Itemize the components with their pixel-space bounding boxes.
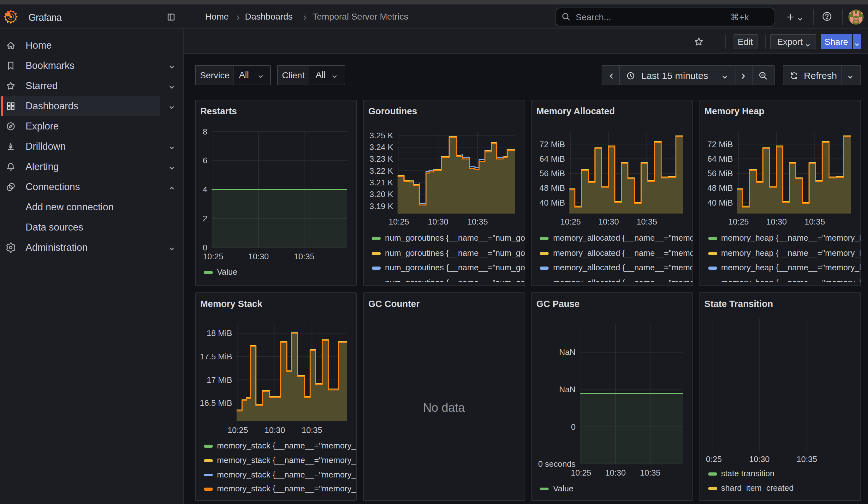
svg-text:17.5 MiB: 17.5 MiB [199,351,232,361]
svg-text:0 seconds: 0 seconds [538,459,576,468]
svg-text:10:35: 10:35 [640,468,661,477]
svg-text:10:35: 10:35 [293,252,314,261]
svg-text:4: 4 [203,185,207,194]
svg-text:2: 2 [203,214,207,223]
svg-text:10:35: 10:35 [797,454,817,464]
svg-text:10:30: 10:30 [606,468,626,477]
svg-text:16.5 MiB: 16.5 MiB [199,398,232,407]
svg-text:18 MiB: 18 MiB [206,328,232,338]
svg-text:10:30: 10:30 [749,454,770,464]
svg-text:0:25: 0:25 [706,454,722,464]
svg-text:10:25: 10:25 [571,468,591,477]
svg-text:10:30: 10:30 [264,425,285,434]
svg-text:10:30: 10:30 [248,252,269,261]
svg-text:NaN: NaN [559,384,576,394]
svg-text:17 MiB: 17 MiB [206,375,232,384]
svg-text:0: 0 [203,243,207,252]
svg-text:10:25: 10:25 [203,252,223,261]
svg-text:NaN: NaN [559,347,576,357]
svg-text:8: 8 [203,127,207,136]
svg-text:10:25: 10:25 [227,425,248,434]
svg-text:10:35: 10:35 [301,425,322,434]
svg-text:0: 0 [571,422,576,431]
svg-text:6: 6 [203,156,207,165]
